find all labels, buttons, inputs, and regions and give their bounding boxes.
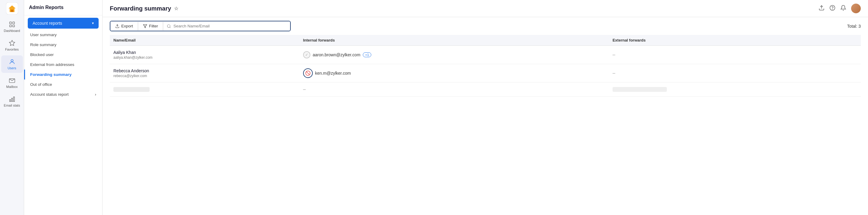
svg-rect-9 <box>9 100 10 102</box>
sidebar-item-account-status-report[interactable]: Account status report › <box>24 89 102 99</box>
svg-line-18 <box>170 27 171 28</box>
sidebar: Admin Reports Account reports ▾ User sum… <box>24 0 102 215</box>
user-info-cell: Aaliya Khan aaliya.khan@zylker.com <box>110 46 300 64</box>
svg-rect-1 <box>11 10 13 12</box>
nav-label-favorites: Favorites <box>5 47 19 51</box>
svg-point-7 <box>11 60 13 62</box>
sidebar-item-forwarding-summary[interactable]: Forwarding summary <box>24 70 102 79</box>
chevron-down-icon: ▾ <box>92 21 94 25</box>
sidebar-item-favorites[interactable]: Favorites <box>1 37 23 54</box>
svg-point-17 <box>167 24 170 27</box>
nav-label-users: Users <box>7 66 16 70</box>
sidebar-item-external-from-addresses[interactable]: External from addresses <box>24 60 102 70</box>
sidebar-item-email-stats[interactable]: Email stats <box>1 93 23 110</box>
svg-rect-4 <box>9 25 11 27</box>
external-forward-value: – <box>613 70 615 76</box>
external-forwards-cell-blurred <box>609 82 861 97</box>
svg-rect-10 <box>11 98 13 102</box>
search-input[interactable] <box>174 24 286 28</box>
internal-forwards-cell: ✓ aaron.brown@zylker.com +1 <box>300 46 609 64</box>
plus-badge[interactable]: +1 <box>363 52 372 57</box>
sidebar-item-dashboard[interactable]: Dashboard <box>1 18 23 36</box>
export-button[interactable]: Export <box>111 22 138 31</box>
filter-button[interactable]: Filter <box>138 22 163 31</box>
internal-forward-value: – <box>303 87 306 92</box>
svg-rect-3 <box>12 22 14 24</box>
search-area <box>163 22 290 31</box>
nav-label-dashboard: Dashboard <box>4 29 20 33</box>
nav-label-mailbox: Mailbox <box>6 85 18 88</box>
svg-rect-2 <box>9 22 11 24</box>
blurred-name-bar <box>114 87 150 92</box>
top-bar: Forwarding summary ☆ <box>102 0 868 17</box>
app-title: Admin Reports <box>24 0 102 15</box>
total-count: Total: 3 <box>847 24 861 29</box>
sidebar-item-user-summary[interactable]: User summary <box>24 30 102 40</box>
forward-cell: ken.m@zylker.com <box>303 68 605 78</box>
forward-cell: ✓ aaron.brown@zylker.com +1 <box>303 51 605 59</box>
page-title: Forwarding summary <box>110 5 171 12</box>
sidebar-item-users[interactable]: Users <box>1 56 23 73</box>
forward-email: ken.m@zylker.com <box>315 71 351 76</box>
export-label: Export <box>121 24 133 28</box>
blocked-icon <box>303 68 313 78</box>
svg-rect-11 <box>13 97 14 102</box>
svg-marker-16 <box>143 24 147 28</box>
filter-label: Filter <box>149 24 158 28</box>
forward-email: aaron.brown@zylker.com <box>313 52 361 57</box>
search-icon <box>167 24 171 28</box>
blurred-external-bar <box>613 87 667 92</box>
account-reports-label: Account reports <box>33 21 62 26</box>
top-bar-actions <box>818 4 861 13</box>
toolbar-group: Export Filter <box>110 21 291 31</box>
col-header-internal-forwards: Internal forwards <box>300 35 609 46</box>
svg-line-20 <box>306 72 309 75</box>
page-title-area: Forwarding summary ☆ <box>110 5 178 12</box>
user-info-cell-blurred <box>110 82 300 97</box>
internal-forwards-cell: ken.m@zylker.com <box>300 64 609 82</box>
toolbar: Export Filter Total: 3 <box>102 17 868 35</box>
forwarding-table: Name/Email Internal forwards External fo… <box>110 35 861 97</box>
sidebar-item-role-summary[interactable]: Role summary <box>24 40 102 50</box>
table-row: – <box>110 82 861 97</box>
chevron-right-icon: › <box>95 92 96 97</box>
sidebar-item-out-of-office[interactable]: Out of office <box>24 79 102 89</box>
svg-marker-6 <box>9 40 14 45</box>
notifications-icon[interactable] <box>840 5 846 12</box>
svg-point-13 <box>830 5 835 10</box>
user-email: rebecca@zylker.com <box>114 74 296 78</box>
check-icon: ✓ <box>303 51 310 59</box>
internal-forwards-cell-blurred: – <box>300 82 609 97</box>
external-forwards-cell: – <box>609 64 861 82</box>
col-header-external-forwards: External forwards <box>609 35 861 46</box>
table-row: Aaliya Khan aaliya.khan@zylker.com ✓ aar… <box>110 46 861 64</box>
sidebar-item-blocked-user[interactable]: Blocked user <box>24 50 102 60</box>
external-forward-value: – <box>613 52 615 57</box>
avatar[interactable] <box>851 4 861 13</box>
help-icon[interactable] <box>829 5 835 12</box>
external-forwards-cell: – <box>609 46 861 64</box>
user-email: aaliya.khan@zylker.com <box>114 56 296 60</box>
svg-rect-5 <box>12 25 14 27</box>
user-name: Rebecca Anderson <box>114 68 296 73</box>
left-navigation: Dashboard Favorites Users Mailbox Email … <box>0 0 24 215</box>
user-name: Aaliya Khan <box>114 50 296 55</box>
app-logo <box>6 2 18 14</box>
svg-point-14 <box>832 9 833 9</box>
col-header-name-email: Name/Email <box>110 35 300 46</box>
table-container: Name/Email Internal forwards External fo… <box>102 35 868 215</box>
nav-label-email-stats: Email stats <box>4 104 20 107</box>
main-content: Forwarding summary ☆ <box>102 0 868 215</box>
user-info-cell: Rebecca Anderson rebecca@zylker.com <box>110 64 300 82</box>
table-row: Rebecca Anderson rebecca@zylker.com k <box>110 64 861 82</box>
favorite-star-icon[interactable]: ☆ <box>174 6 178 11</box>
upload-icon[interactable] <box>818 5 825 12</box>
account-reports-group[interactable]: Account reports ▾ <box>28 18 99 29</box>
sidebar-item-mailbox[interactable]: Mailbox <box>1 74 23 92</box>
